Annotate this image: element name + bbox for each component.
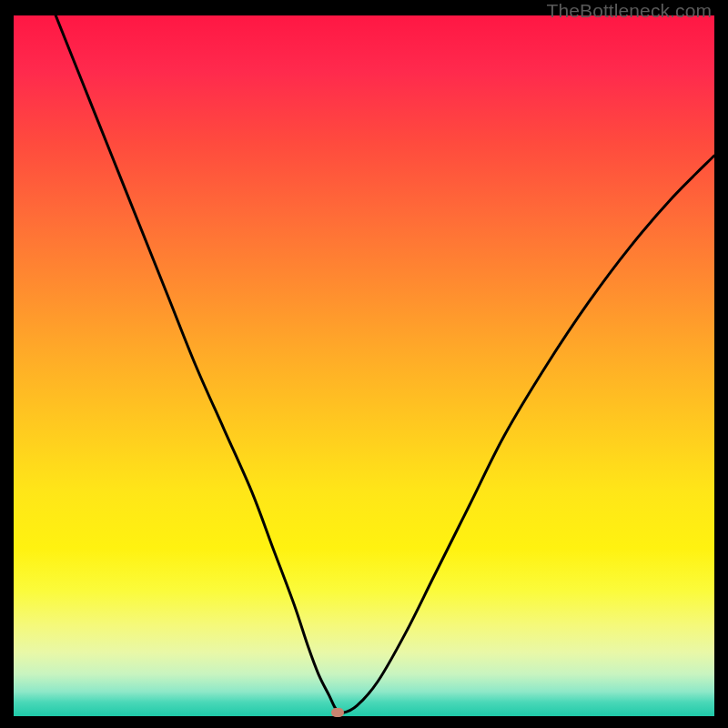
bottleneck-curve: [56, 15, 714, 713]
watermark-text: TheBottleneck.com: [547, 0, 712, 22]
optimal-point-marker: [331, 708, 344, 717]
curve-svg: [14, 15, 714, 716]
chart-frame: [14, 15, 714, 716]
